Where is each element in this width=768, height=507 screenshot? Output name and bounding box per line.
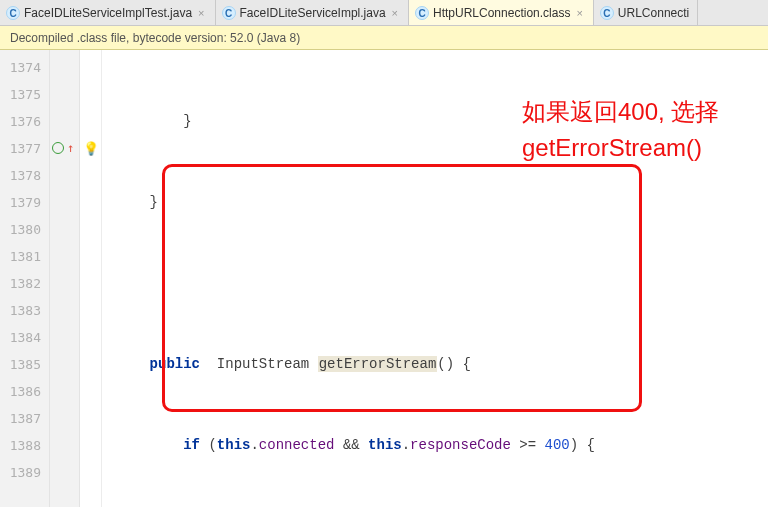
class-file-icon: C	[415, 6, 429, 20]
gutter-fold: 💡	[80, 50, 102, 507]
tab-label: HttpURLConnection.class	[433, 6, 570, 20]
line-number: 1381	[0, 243, 41, 270]
line-number: 1388	[0, 432, 41, 459]
line-number: 1389	[0, 459, 41, 486]
editor-tab-bar: C FaceIDLiteServiceImplTest.java × C Fac…	[0, 0, 768, 26]
class-file-icon: C	[222, 6, 236, 20]
close-icon[interactable]: ×	[390, 7, 400, 19]
tab-url-connection[interactable]: C URLConnecti	[594, 0, 698, 25]
line-number: 1382	[0, 270, 41, 297]
line-number: 1384	[0, 324, 41, 351]
line-number: 1383	[0, 297, 41, 324]
class-file-icon: C	[6, 6, 20, 20]
line-number: 1378	[0, 162, 41, 189]
close-icon[interactable]: ×	[196, 7, 206, 19]
code-area[interactable]: } } public InputStream getErrorStream() …	[102, 50, 768, 507]
line-number-gutter: 1374137513761377137813791380138113821383…	[0, 50, 50, 507]
tab-label: FaceIDLiteServiceImplTest.java	[24, 6, 192, 20]
decompiled-banner: Decompiled .class file, bytecode version…	[0, 26, 768, 50]
line-number: 1387	[0, 405, 41, 432]
line-number: 1379	[0, 189, 41, 216]
gutter-marks: ↑	[50, 50, 80, 507]
code-editor: 1374137513761377137813791380138113821383…	[0, 50, 768, 507]
override-marker[interactable]: ↑	[50, 135, 79, 162]
line-number: 1375	[0, 81, 41, 108]
intention-bulb-icon[interactable]: 💡	[80, 135, 101, 162]
annotation-text-line2: getErrorStream()	[522, 132, 702, 164]
close-icon[interactable]: ×	[574, 7, 584, 19]
line-number: 1385	[0, 351, 41, 378]
line-number: 1374	[0, 54, 41, 81]
line-number: 1380	[0, 216, 41, 243]
tab-label: URLConnecti	[618, 6, 689, 20]
tab-http-url-connection-class[interactable]: C HttpURLConnection.class ×	[409, 0, 594, 25]
line-number: 1376	[0, 108, 41, 135]
tab-face-id-lite-service-impl[interactable]: C FaceIDLiteServiceImpl.java ×	[216, 0, 410, 25]
line-number: 1386	[0, 378, 41, 405]
class-file-icon: C	[600, 6, 614, 20]
tab-face-id-lite-service-impl-test[interactable]: C FaceIDLiteServiceImplTest.java ×	[0, 0, 216, 25]
method-name: getErrorStream	[318, 356, 438, 372]
tab-label: FaceIDLiteServiceImpl.java	[240, 6, 386, 20]
line-number: 1377	[0, 135, 41, 162]
